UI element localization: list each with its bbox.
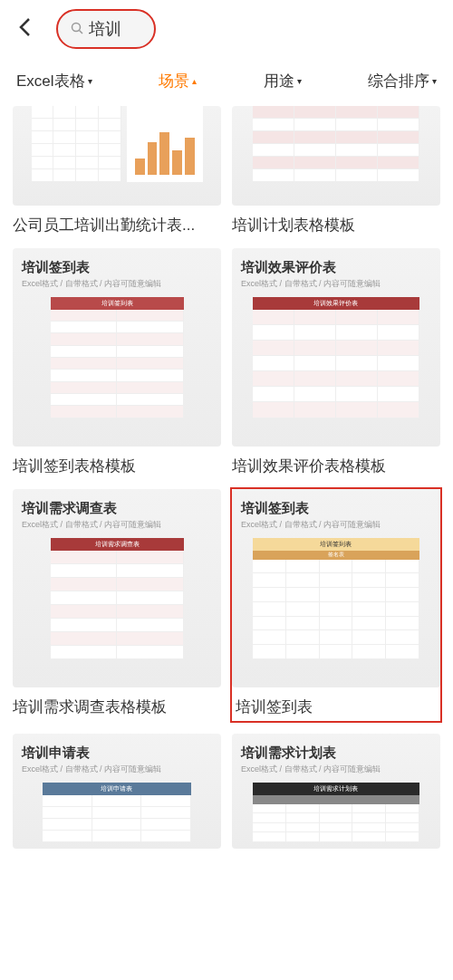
filter-scene-label: 场景 xyxy=(159,71,189,91)
preview-table-header: 培训申请表 xyxy=(43,783,191,795)
svg-line-1 xyxy=(80,30,83,34)
preview-title: 培训签到表 xyxy=(241,500,431,517)
preview-title: 培训签到表 xyxy=(22,259,212,276)
template-thumbnail: 培训签到表 Excel格式 / 自带格式 / 内容可随意编辑 培训签到表 签名表 xyxy=(232,489,440,687)
preview-subtitle: Excel格式 / 自带格式 / 内容可随意编辑 xyxy=(22,764,212,775)
template-card[interactable]: 培训申请表 Excel格式 / 自带格式 / 内容可随意编辑 培训申请表 xyxy=(13,734,221,850)
template-thumbnail: 培训需求调查表 Excel格式 / 自带格式 / 内容可随意编辑 培训需求调查表 xyxy=(13,489,221,687)
preview-table-header: 培训需求计划表 xyxy=(253,783,420,795)
filter-sort-label: 综合排序 xyxy=(368,71,429,91)
preview-table-header: 培训效果评价表 xyxy=(253,297,420,310)
template-card[interactable]: 培训签到表 Excel格式 / 自带格式 / 内容可随意编辑 培训签到表 xyxy=(13,248,221,476)
preview-subtitle: Excel格式 / 自带格式 / 内容可随意编辑 xyxy=(241,519,431,531)
filter-scene[interactable]: 场景 ▴ xyxy=(159,71,197,91)
template-card[interactable]: 公司员工培训出勤统计表... xyxy=(13,106,221,235)
filter-type[interactable]: Excel表格 ▾ xyxy=(16,71,92,91)
filter-bar: Excel表格 ▾ 场景 ▴ 用途 ▾ 综合排序 ▾ xyxy=(0,58,453,101)
template-grid: 公司员工培训出勤统计表... 培训计划表格模板 培训 xyxy=(0,101,453,854)
preview-subtitle: Excel格式 / 自带格式 / 内容可随意编辑 xyxy=(22,519,212,531)
chevron-down-icon: ▾ xyxy=(88,76,92,86)
preview-subtitle: Excel格式 / 自带格式 / 内容可随意编辑 xyxy=(241,764,431,775)
filter-purpose[interactable]: 用途 ▾ xyxy=(264,71,302,91)
template-card[interactable]: 培训需求计划表 Excel格式 / 自带格式 / 内容可随意编辑 培训需求计划表 xyxy=(232,734,440,850)
template-thumbnail: 培训需求计划表 Excel格式 / 自带格式 / 内容可随意编辑 培训需求计划表 xyxy=(232,734,440,850)
filter-type-label: Excel表格 xyxy=(16,71,85,91)
preview-table-subheader: 签名表 xyxy=(253,551,420,560)
back-button[interactable] xyxy=(13,15,36,43)
template-thumbnail: 培训申请表 Excel格式 / 自带格式 / 内容可随意编辑 培训申请表 xyxy=(13,734,221,850)
template-thumbnail xyxy=(232,106,440,206)
preview-table-header: 培训需求调查表 xyxy=(51,538,184,551)
preview-table-header: 培训签到表 xyxy=(253,538,420,551)
search-input[interactable]: 培训 xyxy=(56,9,156,49)
chevron-down-icon: ▾ xyxy=(432,76,437,86)
chevron-down-icon: ▾ xyxy=(297,76,302,86)
preview-title: 培训效果评价表 xyxy=(241,259,431,276)
template-card[interactable]: 培训需求调查表 Excel格式 / 自带格式 / 内容可随意编辑 培训需求调查表 xyxy=(13,489,221,721)
template-card[interactable]: 培训效果评价表 Excel格式 / 自带格式 / 内容可随意编辑 培训效果评价表 xyxy=(232,248,440,476)
filter-sort[interactable]: 综合排序 ▾ xyxy=(368,71,437,91)
search-text: 培训 xyxy=(89,18,121,40)
chevron-up-icon: ▴ xyxy=(192,76,197,86)
search-icon xyxy=(71,22,83,37)
svg-point-0 xyxy=(72,23,81,31)
template-thumbnail: 培训签到表 Excel格式 / 自带格式 / 内容可随意编辑 培训签到表 xyxy=(13,248,221,447)
template-label: 公司员工培训出勤统计表... xyxy=(13,215,221,235)
filter-purpose-label: 用途 xyxy=(264,71,294,91)
preview-subtitle: Excel格式 / 自带格式 / 内容可随意编辑 xyxy=(241,278,431,290)
template-card[interactable]: 培训计划表格模板 xyxy=(232,106,440,235)
template-label: 培训签到表 xyxy=(232,697,440,721)
preview-title: 培训申请表 xyxy=(22,745,212,762)
header-bar: 培训 xyxy=(0,0,453,58)
template-label: 培训需求调查表格模板 xyxy=(13,697,221,717)
preview-title: 培训需求调查表 xyxy=(22,500,212,517)
template-thumbnail: 培训效果评价表 Excel格式 / 自带格式 / 内容可随意编辑 培训效果评价表 xyxy=(232,248,440,447)
template-thumbnail xyxy=(13,106,221,206)
preview-subtitle: Excel格式 / 自带格式 / 内容可随意编辑 xyxy=(22,278,212,290)
preview-title: 培训需求计划表 xyxy=(241,745,431,762)
template-label: 培训计划表格模板 xyxy=(232,215,440,235)
template-card-highlighted[interactable]: 培训签到表 Excel格式 / 自带格式 / 内容可随意编辑 培训签到表 签名表 xyxy=(230,487,442,723)
preview-table-header: 培训签到表 xyxy=(51,297,184,310)
template-label: 培训签到表格模板 xyxy=(13,456,221,476)
template-label: 培训效果评价表格模板 xyxy=(232,456,440,476)
